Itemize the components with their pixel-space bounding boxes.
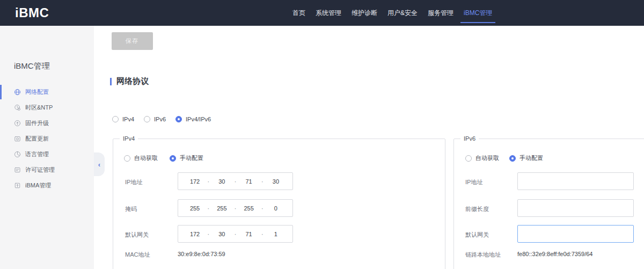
sidebar-item-ibma-mgmt[interactable]: iBMA管理 bbox=[0, 178, 94, 193]
protocol-radio-ipv4-ipv6[interactable]: IPv4/IPv6 bbox=[175, 116, 211, 122]
sidebar-collapse-button[interactable]: ‹ bbox=[94, 152, 105, 176]
radio-label: 手动配置 bbox=[180, 154, 203, 162]
license-icon bbox=[14, 166, 21, 173]
ibmc-management-page: iBMC 首页 系统管理 维护诊断 用户&安全 服务管理 iBMC管理 iBMC… bbox=[0, 0, 644, 269]
sidebar-item-config-update[interactable]: 配置更新 bbox=[0, 131, 94, 147]
ipv4-ip-address-input[interactable]: 172·30·71·30 bbox=[178, 172, 293, 190]
nav-item-ibmc-mgmt[interactable]: iBMC管理 bbox=[464, 0, 492, 26]
section-title-accent-bar bbox=[110, 78, 112, 85]
nav-item-label: 首页 bbox=[292, 9, 305, 18]
ipv4-ip-address-segment-4[interactable]: 30 bbox=[270, 178, 282, 185]
ipv6-mode-radio-manual[interactable]: 手动配置 bbox=[509, 154, 543, 162]
ipv6-default-gateway-input[interactable] bbox=[517, 225, 634, 243]
nav-item-home[interactable]: 首页 bbox=[292, 0, 305, 26]
sidebar-item-license-mgmt[interactable]: 许可证管理 bbox=[0, 162, 94, 178]
radio-label: 自动获取 bbox=[134, 154, 158, 162]
nav-item-maintenance-diagnosis[interactable]: 维护诊断 bbox=[352, 0, 377, 26]
ipv4-subnet-mask-segment-4[interactable]: 0 bbox=[270, 205, 282, 212]
sidebar-item-label: iBMA管理 bbox=[25, 181, 51, 190]
ipv6-link-local-address-value: fe80::32e9:8eff:fe0d:7359/64 bbox=[517, 251, 592, 257]
ipv4-ip-address-label: IP地址 bbox=[125, 178, 142, 186]
protocol-radio-ipv6[interactable]: IPv6 bbox=[144, 116, 166, 122]
ipv6-ip-address-label: IP地址 bbox=[465, 178, 482, 186]
nav-item-user-security[interactable]: 用户&安全 bbox=[387, 0, 418, 26]
sidebar-item-language-mgmt[interactable]: 语言管理 bbox=[0, 147, 94, 162]
ipv4-mode-radio-manual[interactable]: 手动配置 bbox=[170, 154, 203, 162]
ipv4-ip-address-segment-2[interactable]: 30 bbox=[216, 178, 228, 185]
ipv4-subnet-mask-segment-1[interactable]: 255 bbox=[189, 205, 201, 212]
radio-icon bbox=[175, 116, 182, 122]
ip-separator: · bbox=[207, 205, 209, 212]
ipv4-subnet-mask-segment-2[interactable]: 255 bbox=[216, 205, 228, 212]
network-icon bbox=[14, 89, 21, 96]
ipv4-subnet-mask-label: 掩码 bbox=[125, 205, 137, 213]
ipv6-prefix-length-label: 前缀长度 bbox=[465, 205, 489, 213]
ipv4-default-gateway-segment-3[interactable]: 71 bbox=[243, 231, 255, 237]
firmware-upgrade-icon bbox=[14, 120, 21, 127]
ip-separator: · bbox=[207, 178, 209, 185]
ibmc-logo: iBMC bbox=[15, 0, 49, 26]
ipv4-default-gateway-segment-1[interactable]: 172 bbox=[189, 231, 201, 237]
ipv4-default-gateway-label: 默认网关 bbox=[125, 231, 149, 239]
ipv4-panel-legend: IPv4 bbox=[120, 135, 138, 142]
protocol-radio-group: IPv4 IPv6 IPv4/IPv6 bbox=[112, 116, 211, 122]
ipv6-ip-address-input[interactable] bbox=[517, 172, 634, 190]
ip-separator: · bbox=[234, 230, 236, 238]
radio-icon bbox=[112, 116, 119, 122]
radio-icon bbox=[509, 155, 516, 162]
nav-item-label: 系统管理 bbox=[316, 9, 341, 18]
config-update-icon bbox=[14, 135, 21, 142]
radio-icon bbox=[170, 155, 176, 162]
ipv6-default-gateway-label: 默认网关 bbox=[465, 231, 489, 239]
sidebar-item-label: 语言管理 bbox=[25, 150, 49, 158]
timezone-clock-icon bbox=[14, 104, 21, 111]
ipv4-mode-radio-group: 自动获取 手动配置 bbox=[124, 154, 203, 162]
ipv4-ip-address-segment-1[interactable]: 172 bbox=[189, 178, 201, 185]
ip-separator: · bbox=[261, 205, 264, 212]
radio-icon bbox=[465, 155, 472, 162]
chevron-left-icon: ‹ bbox=[98, 161, 100, 169]
nav-item-system-mgmt[interactable]: 系统管理 bbox=[316, 0, 341, 26]
ipv4-default-gateway-input[interactable]: 172·30·71·1 bbox=[178, 225, 293, 243]
section-title: 网络协议 bbox=[110, 76, 149, 86]
radio-label: IPv4 bbox=[122, 116, 134, 122]
sidebar-item-timezone-ntp[interactable]: 时区&NTP bbox=[0, 100, 94, 115]
ipv4-subnet-mask-input[interactable]: 255·255·255·0 bbox=[178, 199, 293, 217]
radio-label: 自动获取 bbox=[475, 154, 499, 162]
sidebar-item-network-config[interactable]: 网络配置 bbox=[0, 84, 94, 100]
sidebar-item-label: 时区&NTP bbox=[25, 104, 53, 112]
ip-separator: · bbox=[261, 178, 264, 185]
sidebar-menu: 网络配置 时区&NTP 固件升级 配置更新 语言管理 许可证管理 bbox=[0, 84, 94, 193]
ipv4-ip-address-segment-3[interactable]: 71 bbox=[243, 178, 255, 185]
section-title-text: 网络协议 bbox=[116, 76, 149, 86]
protocol-radio-ipv4[interactable]: IPv4 bbox=[112, 116, 134, 122]
ipv4-subnet-mask-segment-3[interactable]: 255 bbox=[243, 205, 255, 212]
ipv4-mode-radio-auto[interactable]: 自动获取 bbox=[124, 154, 158, 162]
language-icon bbox=[14, 151, 21, 158]
sidebar-item-label: 网络配置 bbox=[25, 88, 49, 96]
ipv4-default-gateway-segment-2[interactable]: 30 bbox=[216, 231, 228, 237]
nav-item-label: 服务管理 bbox=[428, 9, 453, 18]
ip-separator: · bbox=[207, 230, 209, 238]
radio-icon bbox=[124, 155, 130, 162]
ipv6-mode-radio-auto[interactable]: 自动获取 bbox=[465, 154, 499, 162]
sidebar: iBMC管理 网络配置 时区&NTP 固件升级 配置更新 语言管理 bbox=[0, 26, 94, 269]
nav-item-service-mgmt[interactable]: 服务管理 bbox=[428, 0, 453, 26]
sidebar-item-label: 固件升级 bbox=[25, 119, 49, 127]
ibma-icon bbox=[14, 182, 21, 189]
nav-item-label: 用户&安全 bbox=[387, 9, 418, 18]
ipv6-link-local-address-label: 链路本地地址 bbox=[465, 251, 501, 259]
ipv6-prefix-length-input[interactable] bbox=[517, 199, 634, 217]
ip-separator: · bbox=[234, 205, 236, 212]
ipv4-panel: IPv4 自动获取 手动配置 IP地址172·30·71·30掩码255·255… bbox=[113, 139, 445, 269]
sidebar-item-firmware-upgrade[interactable]: 固件升级 bbox=[0, 115, 94, 131]
ipv4-mac-address-label: MAC地址 bbox=[125, 251, 150, 259]
ipv4-default-gateway-segment-4[interactable]: 1 bbox=[270, 231, 282, 237]
ipv6-panel: IPv6 自动获取 手动配置 IP地址前缀长度默认网关链路本地地址fe80::3… bbox=[453, 139, 644, 269]
top-header-bar: iBMC 首页 系统管理 维护诊断 用户&安全 服务管理 iBMC管理 bbox=[0, 0, 644, 26]
ip-separator: · bbox=[261, 230, 264, 238]
top-nav: 首页 系统管理 维护诊断 用户&安全 服务管理 iBMC管理 bbox=[292, 0, 492, 26]
save-button[interactable]: 保存 bbox=[112, 32, 153, 50]
ipv6-panel-legend: IPv6 bbox=[460, 135, 479, 142]
ip-separator: · bbox=[234, 178, 236, 185]
